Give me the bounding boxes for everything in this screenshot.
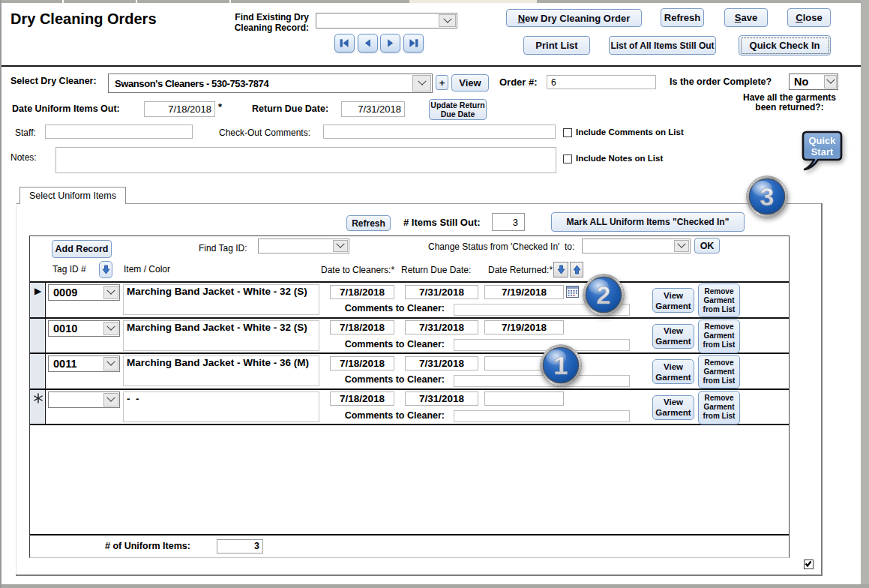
svg-text:Quick: Quick xyxy=(808,135,836,146)
svg-text:Start: Start xyxy=(811,146,834,158)
svg-text:3: 3 xyxy=(760,182,775,211)
svg-text:1: 1 xyxy=(554,351,568,380)
svg-text:2: 2 xyxy=(597,280,611,309)
